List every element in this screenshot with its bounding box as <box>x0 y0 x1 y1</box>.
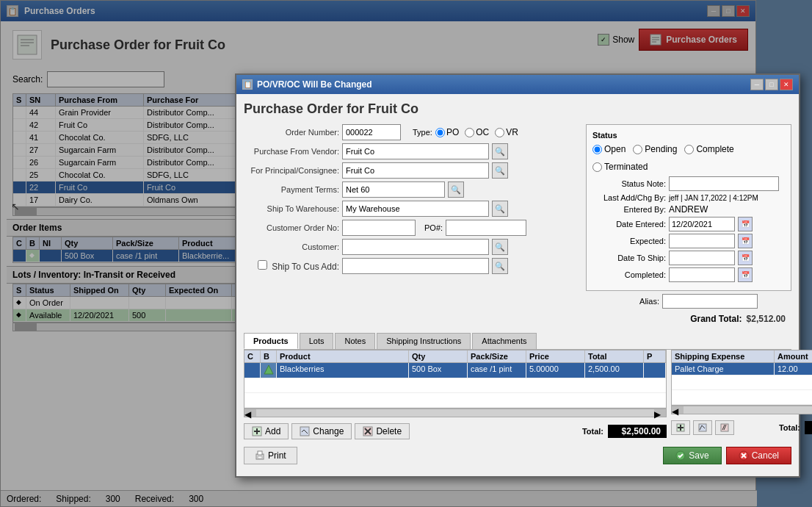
products-panel: C B Product Qty Pack/Size Price Total P <box>244 350 667 442</box>
status-complete-radio[interactable] <box>684 145 694 154</box>
change-btn-label: Change <box>313 426 344 436</box>
tab-shipping-instructions[interactable]: Shipping Instructions <box>377 333 471 349</box>
alias-label: Alias: <box>586 297 659 306</box>
date-entered-label: Date Entered: <box>592 220 666 229</box>
order-number-input[interactable] <box>342 124 401 140</box>
modal-minimize-btn[interactable]: ─ <box>750 79 764 90</box>
cancel-button[interactable]: Cancel <box>726 447 791 464</box>
sh-amount: Amount <box>775 350 812 362</box>
cust-order-input[interactable] <box>342 220 416 236</box>
shipping-panel: Shipping Expense Amount A Pallet Charge … <box>671 350 812 442</box>
products-header: C B Product Qty Pack/Size Price Total P <box>244 350 666 363</box>
status-terminated-label[interactable]: Terminated <box>592 162 648 172</box>
pd-price: 5.00000 <box>526 363 585 378</box>
purchase-from-input[interactable] <box>342 143 489 159</box>
edit-shipping-btn[interactable] <box>693 420 712 435</box>
delete-shipping-btn[interactable] <box>715 420 734 435</box>
grand-total-value: $2,512.00 <box>747 314 786 324</box>
payment-terms-lookup-btn[interactable]: 🔍 <box>448 181 464 198</box>
product-row[interactable]: Blackberries 500 Box case /1 pint 5.0000… <box>244 363 666 378</box>
purchase-from-lookup-btn[interactable]: 🔍 <box>492 143 508 159</box>
po-num-label: PO#: <box>424 223 443 232</box>
scroll-right-btn[interactable]: ▶ <box>654 409 666 417</box>
expected-row: Expected: 📅 <box>592 234 785 248</box>
date-to-ship-input[interactable] <box>669 251 735 265</box>
shipping-scroll-left[interactable]: ◀ <box>672 406 684 414</box>
ship-cus-checkbox[interactable] <box>258 260 267 270</box>
status-radios: Open Pending Complete Terminated <box>592 144 785 172</box>
ship-cus-input[interactable] <box>342 258 489 274</box>
status-complete-label[interactable]: Complete <box>684 144 733 154</box>
date-entered-picker[interactable]: 📅 <box>738 217 753 231</box>
svg-rect-23 <box>258 456 262 459</box>
last-add-row: Last Add/Chg By: jeff | JAN 17,2022 | 4:… <box>592 193 785 202</box>
ship-cus-lookup-btn[interactable]: 🔍 <box>492 258 508 274</box>
alias-input[interactable] <box>662 294 758 309</box>
tabs-bar: Products Lots Notes Shipping Instruction… <box>244 333 791 350</box>
modal-titlebar: 📋 PO/VR/OC Will Be Changed ─ □ ✕ <box>236 75 799 94</box>
type-oc-label[interactable]: OC <box>465 127 489 137</box>
principal-lookup-btn[interactable]: 🔍 <box>492 162 508 179</box>
shipping-scrollbar[interactable]: ◀ ▶ <box>671 406 812 414</box>
last-add-value: jeff | JAN 17,2022 | 4:12PM <box>669 194 758 202</box>
completed-input[interactable] <box>669 267 735 282</box>
scroll-left-btn[interactable]: ◀ <box>244 409 256 417</box>
products-scrollbar[interactable]: ◀ ▶ <box>244 409 667 417</box>
modal-maximize-btn[interactable]: □ <box>765 79 778 90</box>
type-oc-radio[interactable] <box>465 128 474 137</box>
sd-amount: 12.00 <box>775 363 812 375</box>
modal-main-title: Purchase Order for Fruit Co <box>244 101 791 117</box>
save-cancel-area: Save Cancel <box>663 447 791 464</box>
customer-lookup-btn[interactable]: 🔍 <box>492 239 508 255</box>
status-pending-radio[interactable] <box>633 145 642 154</box>
payment-terms-label: Payment Terms: <box>244 185 339 194</box>
shipping-total-value: $12.00 <box>805 421 812 434</box>
expected-picker[interactable]: 📅 <box>738 234 753 248</box>
shipping-row-empty <box>672 375 812 390</box>
change-product-btn[interactable]: Change <box>291 423 352 439</box>
payment-terms-input[interactable] <box>342 181 445 198</box>
status-open-label[interactable]: Open <box>592 144 626 154</box>
sd-expense: Pallet Charge <box>672 363 775 375</box>
status-terminated-radio[interactable] <box>592 162 602 172</box>
last-add-label: Last Add/Chg By: <box>592 193 666 202</box>
po-num-input[interactable] <box>446 220 526 236</box>
ship-warehouse-input[interactable] <box>342 201 489 217</box>
principal-input[interactable] <box>342 162 489 179</box>
date-entered-input[interactable] <box>669 217 735 231</box>
shipping-header: Shipping Expense Amount A <box>672 350 812 363</box>
tab-notes[interactable]: Notes <box>335 333 375 349</box>
save-btn-label: Save <box>689 450 708 461</box>
ship-warehouse-lookup-btn[interactable]: 🔍 <box>492 201 508 217</box>
shipping-row[interactable]: Pallet Charge 12.00 <box>672 363 812 375</box>
status-pending-label[interactable]: Pending <box>633 144 677 154</box>
save-button[interactable]: Save <box>663 447 721 464</box>
product-row-empty <box>244 378 666 393</box>
payment-terms-row: Payment Terms: 🔍 <box>244 181 579 198</box>
customer-input[interactable] <box>342 239 489 255</box>
date-to-ship-picker[interactable]: 📅 <box>738 251 753 265</box>
ship-cus-row: Ship To Cus Add: 🔍 <box>244 258 579 274</box>
alias-row: Alias: <box>586 294 791 309</box>
type-vr-label[interactable]: VR <box>495 127 518 137</box>
tab-products[interactable]: Products <box>244 333 298 349</box>
order-number-label: Order Number: <box>244 128 339 137</box>
completed-row: Completed: 📅 <box>592 267 785 282</box>
delete-product-btn[interactable]: Delete <box>355 423 410 439</box>
action-row: Print Save Cancel <box>244 442 791 469</box>
type-po-radio[interactable] <box>435 128 445 137</box>
print-button[interactable]: Print <box>244 447 297 464</box>
completed-picker[interactable]: 📅 <box>738 267 753 282</box>
shipping-toolbar: Total: $12.00 <box>671 417 812 438</box>
status-note-input[interactable] <box>669 176 779 191</box>
status-open-radio[interactable] <box>592 145 602 154</box>
type-po-label[interactable]: PO <box>435 127 459 137</box>
tab-attachments[interactable]: Attachments <box>472 333 536 349</box>
expected-input[interactable] <box>669 234 735 248</box>
modal-close-btn[interactable]: ✕ <box>780 79 793 90</box>
add-shipping-btn[interactable] <box>671 420 690 435</box>
tab-lots[interactable]: Lots <box>300 333 334 349</box>
add-product-btn[interactable]: Add <box>244 423 289 439</box>
ph-qty: Qty <box>409 350 468 362</box>
type-vr-radio[interactable] <box>495 128 504 137</box>
